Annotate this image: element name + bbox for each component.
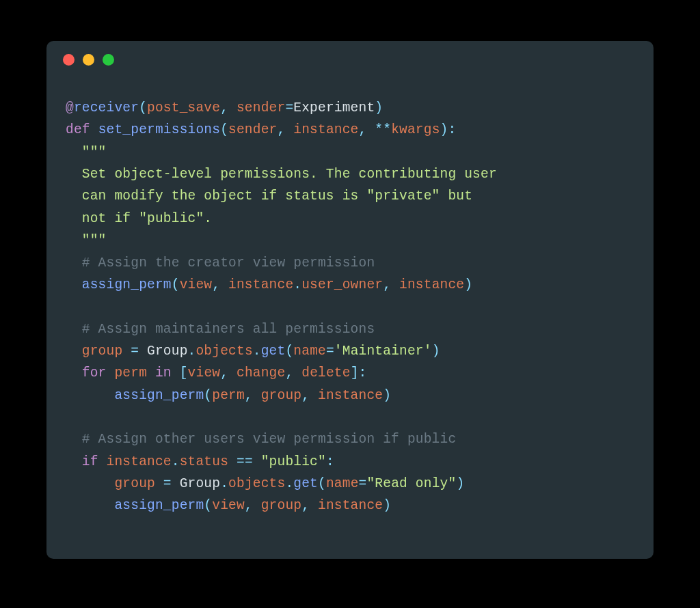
equals: = (359, 476, 367, 491)
space (107, 365, 115, 381)
var-perm: perm (114, 365, 147, 381)
code-line: assign_perm(view, instance.user_owner, i… (66, 277, 472, 292)
space (90, 122, 98, 137)
comma: , (359, 122, 375, 137)
dot: . (188, 344, 196, 359)
keyword-if: if (82, 454, 98, 469)
arg-post-save: post_save (147, 100, 220, 115)
dot: . (293, 277, 301, 292)
param-instance: instance (293, 122, 358, 137)
indent (66, 211, 82, 226)
comma: , (220, 100, 237, 115)
space (147, 365, 155, 381)
indent (66, 476, 114, 491)
lparen: ( (204, 498, 212, 513)
var-instance: instance (107, 454, 172, 469)
code-line: """ (66, 233, 107, 248)
close-icon[interactable] (63, 54, 75, 66)
function-name: set_permissions (98, 122, 221, 137)
class-group: Group (180, 476, 221, 491)
code-window: @receiver(post_save, sender=Experiment) … (46, 41, 654, 559)
rparen: ) (456, 476, 464, 491)
arg-view: view (212, 498, 245, 513)
comma: , (212, 277, 228, 292)
string-public: "public" (261, 454, 326, 469)
call-assign-perm: assign_perm (82, 277, 172, 292)
space (98, 454, 107, 469)
colon: : (359, 365, 367, 381)
param-sender: sender (228, 122, 277, 137)
attr-status: status (180, 454, 228, 469)
indent (66, 388, 114, 403)
zoom-icon[interactable] (103, 54, 114, 66)
arg-group: group (261, 388, 302, 403)
docstring-close: """ (82, 233, 107, 248)
dot: . (172, 454, 180, 469)
indent (66, 145, 82, 160)
dot: . (220, 476, 228, 491)
arg-view: view (180, 277, 213, 292)
kwarg-name: name (293, 344, 326, 359)
arg-instance: instance (318, 388, 383, 403)
comma: , (220, 365, 237, 381)
code-line: @receiver(post_save, sender=Experiment) (66, 100, 383, 115)
kwarg-name: name (326, 476, 359, 491)
docstring-text: not if "public". (82, 211, 212, 226)
assign: = (122, 344, 147, 359)
docstring-text: Set object-level permissions. The contri… (82, 167, 497, 182)
lparen: ( (220, 122, 228, 137)
arg-instance: instance (318, 498, 383, 513)
lparen: ( (139, 100, 147, 115)
comma: , (245, 388, 261, 403)
comma: , (383, 277, 399, 292)
comment: # Assign maintainers all permissions (82, 322, 375, 337)
code-editor[interactable]: @receiver(post_save, sender=Experiment) … (46, 78, 654, 536)
call-get: get (293, 476, 318, 491)
attr-objects: objects (228, 476, 285, 491)
rparen: ) (464, 277, 472, 292)
indent (66, 255, 82, 271)
minimize-icon[interactable] (83, 54, 94, 66)
docstring-open: """ (82, 145, 107, 160)
star-star: ** (375, 122, 391, 137)
decorator-name: receiver (74, 100, 139, 115)
arg-instance: instance (399, 277, 464, 292)
code-line: # Assign other users view permission if … (66, 432, 456, 447)
indent (66, 277, 82, 292)
keyword-for: for (82, 365, 107, 381)
comma: , (277, 122, 293, 137)
dot: . (253, 344, 261, 359)
code-line: Set object-level permissions. The contri… (66, 167, 497, 182)
rbracket: ] (351, 365, 359, 381)
keyword-in: in (155, 365, 172, 381)
code-line: """ (66, 145, 107, 160)
string-readonly: "Read only" (366, 476, 456, 491)
code-line: not if "public". (66, 211, 212, 226)
rparen: ) (432, 344, 440, 359)
comma: , (301, 388, 318, 403)
var-group: group (82, 344, 123, 359)
item-delete: delete (301, 365, 350, 381)
code-line: can modify the object if status is "priv… (66, 189, 472, 204)
indent (66, 365, 82, 381)
code-line: if instance.status == "public": (66, 454, 334, 469)
rparen: ) (440, 122, 448, 137)
code-line: assign_perm(view, group, instance) (66, 498, 391, 513)
lparen: ( (318, 476, 326, 491)
indent (66, 233, 82, 248)
arg-group: group (261, 498, 302, 513)
lparen: ( (172, 277, 180, 292)
decorator-at: @ (66, 100, 74, 115)
lparen: ( (204, 388, 212, 403)
comma: , (301, 498, 318, 513)
item-change: change (237, 365, 285, 381)
code-line: assign_perm(perm, group, instance) (66, 388, 391, 403)
comment: # Assign other users view permission if … (82, 432, 457, 447)
window-titlebar (46, 41, 654, 78)
var-group: group (114, 476, 155, 491)
kwarg-sender-name: sender (237, 100, 285, 115)
indent (66, 322, 82, 337)
comma: , (245, 498, 261, 513)
arg-perm: perm (212, 388, 245, 403)
call-assign-perm: assign_perm (114, 498, 204, 513)
